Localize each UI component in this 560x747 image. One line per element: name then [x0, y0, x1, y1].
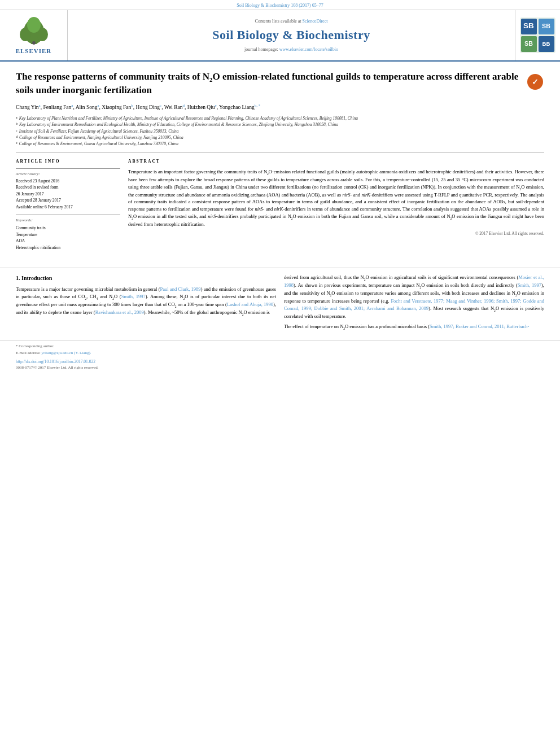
corresponding-note: * Corresponding author.	[16, 344, 544, 350]
col-article-info: ARTICLE INFO Article history: Received 2…	[16, 159, 120, 255]
ref-smith-1997b[interactable]: Smith, 1997	[518, 282, 541, 288]
main-content: The response patterns of community trait…	[0, 62, 560, 262]
affil-e: e College of Resources & Environment, Ga…	[16, 141, 544, 147]
affil-a: a Key Laboratory of Plant Nutrition and …	[16, 115, 544, 121]
intro-title: 1. Introduction	[16, 274, 276, 282]
history-label: Article history:	[16, 172, 120, 177]
affil-c: c Institute of Soil & Fertilizer, Fujian…	[16, 128, 544, 134]
body-content: 1. Introduction Temperature is a major f…	[0, 274, 560, 334]
issn-line: 0038-0717/© 2017 Elsevier Ltd. All right…	[16, 365, 544, 371]
svg-text:BB: BB	[542, 41, 550, 47]
footer-section: * Corresponding author. E-mail address: …	[0, 340, 560, 373]
elsevier-text: ELSEVIER	[16, 47, 52, 55]
ref-ravishankara[interactable]: Ravishankara et al., 2009	[95, 309, 144, 315]
contents-line: Contents lists available at ScienceDirec…	[255, 18, 328, 24]
header-center: Contents lists available at ScienceDirec…	[68, 10, 515, 60]
ref-smith-braker[interactable]: Smith, 1997; Braker and Conrad, 2011; Bu…	[430, 324, 529, 329]
svg-text:SB: SB	[524, 40, 533, 47]
journal-homepage: journal homepage: www.elsevier.com/locat…	[244, 46, 338, 53]
body-col-right: derived from agricultural soil, thus the…	[284, 274, 544, 334]
affil-b: b Key Laboratory of Environment Remediat…	[16, 121, 544, 128]
ref-mosier[interactable]: Mosier et al., 1998	[284, 274, 544, 288]
svg-text:✓: ✓	[532, 77, 539, 86]
received-revised-label: Received in revised form	[16, 185, 120, 191]
received-date: Received 23 August 2016	[16, 178, 120, 185]
journal-bar: Soil Biology & Biochemistry 108 (2017) 6…	[0, 0, 560, 10]
article-info-heading: ARTICLE INFO	[16, 159, 120, 165]
accepted-date: Accepted 28 January 2017	[16, 198, 120, 204]
available-date: Available online 6 February 2017	[16, 204, 120, 211]
page: Soil Biology & Biochemistry 108 (2017) 6…	[0, 0, 560, 747]
ref-paul-clark[interactable]: Paul and Clark, 1989	[160, 286, 201, 292]
intro-para3: The effect of temperature on N2O emissio…	[284, 323, 544, 331]
sciencedirect-link[interactable]: ScienceDirect	[303, 19, 328, 24]
homepage-url[interactable]: www.elsevier.com/locate/soilbio	[279, 47, 338, 52]
abstract-heading: ABSTRACT	[128, 159, 544, 165]
keywords-block: Keywords: Community traits Temperature A…	[16, 215, 120, 251]
copyright-line: © 2017 Elsevier Ltd. All rights reserved…	[128, 231, 544, 237]
elsevier-tree-icon	[14, 15, 54, 46]
ref-smith-1997[interactable]: Smith, 1997	[121, 294, 146, 299]
kw-community-traits: Community traits	[16, 225, 120, 231]
section-divider	[0, 268, 560, 268]
intro-para2: derived from agricultural soil, thus the…	[284, 274, 544, 320]
crossmark-icon: ✓	[526, 73, 544, 91]
email-note: E-mail address: ycliang@zju.edu.cn (Y. L…	[16, 351, 544, 356]
kw-aoa: AOA	[16, 238, 120, 244]
journal-title: Soil Biology & Biochemistry	[212, 27, 370, 44]
ref-focht[interactable]: Focht and Verstraete, 1977; Maag and Vin…	[284, 298, 544, 311]
intro-para1: Temperature is a major factor governing …	[16, 286, 276, 317]
ref-lashof[interactable]: Lashof and Ahuja, 1990	[227, 302, 273, 307]
journal-header: ELSEVIER Contents lists available at Sci…	[0, 10, 560, 61]
abstract-text: Temperature is an important factor gover…	[128, 168, 544, 228]
article-info-abstract: ARTICLE INFO Article history: Received 2…	[16, 152, 544, 255]
affiliations-section: a Key Laboratory of Plant Nutrition and …	[16, 115, 544, 147]
article-title: The response patterns of community trait…	[16, 71, 520, 97]
doi-link[interactable]: http://dx.doi.org/10.1016/j.soilbio.2017…	[16, 359, 95, 364]
doi-line: http://dx.doi.org/10.1016/j.soilbio.2017…	[16, 357, 544, 365]
svg-text:SB: SB	[542, 23, 550, 29]
journal-citation: Soil Biology & Biochemistry 108 (2017) 6…	[237, 3, 323, 8]
sb-logo-section: SB SB SB BB	[515, 10, 560, 60]
svg-text:SB: SB	[523, 21, 534, 30]
elsevier-logo: ELSEVIER	[14, 15, 54, 55]
affil-d: d College of Resources and Environment, …	[16, 134, 544, 141]
body-col-left: 1. Introduction Temperature is a major f…	[16, 274, 276, 334]
sb-logo-icon: SB SB SB BB	[520, 17, 555, 54]
kw-temperature: Temperature	[16, 232, 120, 238]
keywords-label: Keywords:	[16, 218, 120, 224]
svg-point-5	[27, 17, 41, 33]
article-history-block: Article history: Received 23 August 2016…	[16, 168, 120, 210]
col-abstract: ABSTRACT Temperature is an important fac…	[128, 159, 544, 255]
svg-point-6	[32, 41, 36, 45]
authors-section: Chang Yina, Fenliang Fana, Alin Songa, X…	[16, 103, 544, 112]
received-revised-date: 26 January 2017	[16, 191, 120, 198]
article-title-section: The response patterns of community trait…	[16, 71, 544, 97]
kw-heterotrophic: Heterotrophic nitrification	[16, 245, 120, 251]
email-link[interactable]: ycliang@zju.edu.cn (Y. Liang).	[42, 351, 91, 355]
elsevier-logo-section: ELSEVIER	[0, 10, 68, 60]
